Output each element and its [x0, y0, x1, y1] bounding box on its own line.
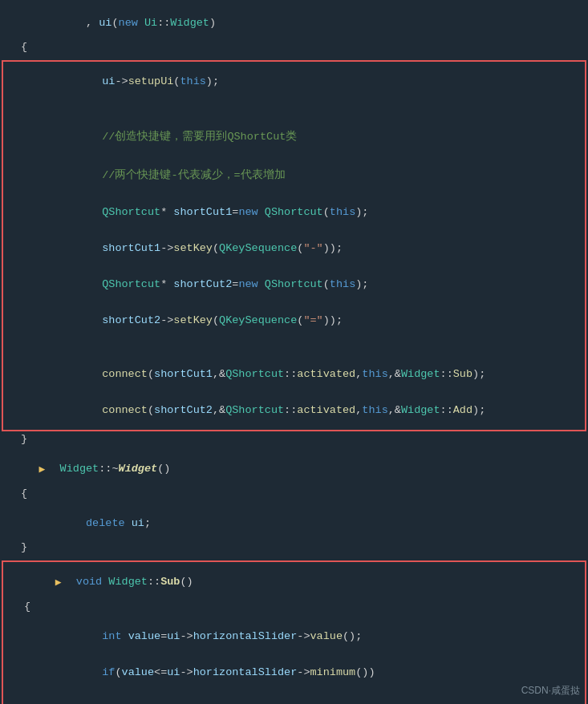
code-line: {: [0, 488, 588, 505]
line-text: //两个快捷键-代表减少，=代表增加: [18, 156, 585, 194]
code-line: connect(shortCut1,&QShortcut::activated,…: [3, 356, 585, 392]
code-line: [3, 338, 585, 356]
highlighted-block-2: ▶ void Widget::Sub() { int value=ui->hor…: [2, 560, 586, 704]
code-line: ui->setupUi(this);: [3, 63, 585, 99]
code-line: //两个快捷键-代表减少，=代表增加: [3, 156, 585, 194]
line-text: , ui(new Ui::Widget): [14, 5, 588, 41]
line-text: ui->setupUi(this);: [18, 63, 585, 99]
line-text: [18, 338, 585, 350]
line-text: connect(shortCut2,&QShortcut::activated,…: [18, 392, 585, 428]
code-line: {: [0, 41, 588, 59]
code-line: QShortcut* shortCut1=new QShortcut(this)…: [3, 194, 585, 230]
line-text: connect(shortCut1,&QShortcut::activated,…: [18, 356, 585, 392]
code-line: delete ui;: [0, 505, 588, 541]
code-line: //创造快捷键，需要用到QShortCut类: [3, 117, 585, 156]
code-line: QShortcut* shortCut2=new QShortcut(this)…: [3, 266, 585, 302]
code-line: }: [0, 433, 588, 451]
line-text: }: [14, 433, 588, 445]
line-text: return;: [18, 690, 585, 704]
code-line: ▶ void Widget::Sub(): [3, 564, 585, 601]
code-line: if(value<=ui->horizontalSlider->minimum(…: [3, 654, 585, 690]
highlighted-block-1: ui->setupUi(this); //创造快捷键，需要用到QShortCut…: [2, 60, 586, 431]
code-line: connect(shortCut2,&QShortcut::activated,…: [3, 392, 585, 428]
line-text: if(value<=ui->horizontalSlider->minimum(…: [18, 654, 585, 690]
line-text: {: [14, 41, 588, 53]
code-editor: , ui(new Ui::Widget) { ui->setupUi(this)…: [0, 0, 588, 704]
code-line: shortCut1->setKey(QKeySequence("-"));: [3, 230, 585, 266]
code-line: shortCut2->setKey(QKeySequence("="));: [3, 302, 585, 338]
line-text: QShortcut* shortCut2=new QShortcut(this)…: [18, 266, 585, 302]
code-line: , ui(new Ui::Widget): [0, 5, 588, 41]
line-text: [18, 99, 585, 111]
line-text: int value=ui->horizontalSlider->value();: [18, 618, 585, 654]
watermark-label: CSDN·咸蛋挞: [521, 684, 580, 698]
line-text: {: [18, 601, 585, 613]
code-line: ▶ Widget::~Widget(): [0, 451, 588, 488]
line-text: delete ui;: [14, 505, 588, 541]
code-line: int value=ui->horizontalSlider->value();: [3, 618, 585, 654]
line-text: QShortcut* shortCut1=new QShortcut(this)…: [18, 194, 585, 230]
code-line: }: [0, 541, 588, 559]
line-marker: ▶: [0, 451, 14, 488]
line-text: Widget::~Widget(): [14, 451, 588, 487]
line-marker: ▶: [3, 564, 18, 601]
line-text: void Widget::Sub(): [18, 564, 585, 600]
code-line: [3, 99, 585, 117]
code-line: {: [3, 601, 585, 618]
line-text: }: [14, 541, 588, 553]
line-text: shortCut1->setKey(QKeySequence("-"));: [18, 230, 585, 266]
line-text: //创造快捷键，需要用到QShortCut类: [18, 117, 585, 156]
line-text: shortCut2->setKey(QKeySequence("="));: [18, 302, 585, 338]
code-line: return;: [3, 690, 585, 704]
line-text: {: [14, 488, 588, 500]
